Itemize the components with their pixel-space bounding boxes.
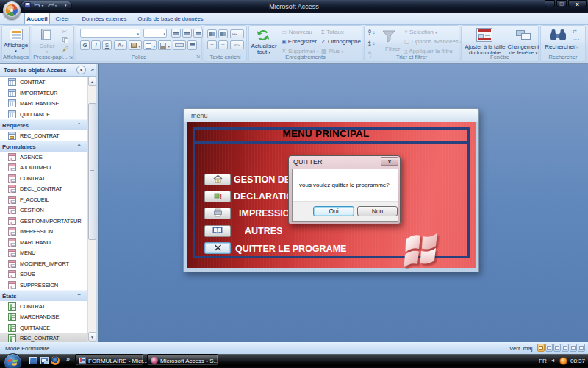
svg-text:!: ! bbox=[220, 193, 222, 200]
